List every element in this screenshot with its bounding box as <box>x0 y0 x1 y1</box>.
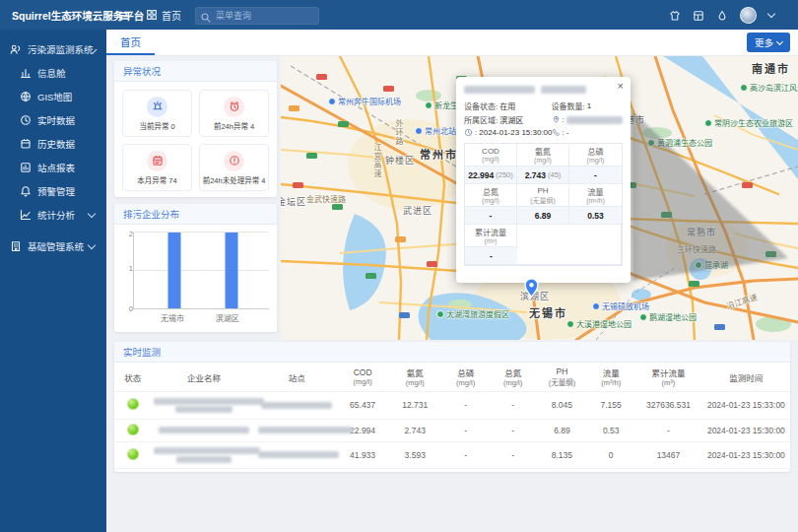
table-cell: 13467 <box>634 441 702 469</box>
stat-card-0[interactable]: 当前异常0 <box>122 90 192 137</box>
redacted-text <box>464 86 535 94</box>
device-info-popup: × 设备状态: 在用 设备数量: 1 所属区域: 滨湖区 <box>456 77 631 283</box>
popup-cell-header: 流量(m³/h) <box>569 184 622 207</box>
layout-icon[interactable] <box>693 6 704 24</box>
enterprise-name-redacted <box>152 441 256 469</box>
more-button[interactable]: 更多 <box>747 33 790 52</box>
search-input[interactable] <box>195 7 319 25</box>
trend-icon <box>20 209 32 221</box>
bar-chart: 210 无锡市滨湖区 <box>114 225 277 323</box>
flame-icon[interactable] <box>716 6 728 24</box>
table-row[interactable]: 41.9333.593--8.1350134672024-01-23 15:30… <box>114 441 790 469</box>
column-header: 监测时间 <box>702 363 790 392</box>
bar-无锡市 <box>168 233 181 308</box>
enterprise-name-redacted <box>152 392 256 420</box>
menu-toggle-icon[interactable] <box>118 6 130 24</box>
popup-cell-header: 总磷(mg/l) <box>569 144 622 166</box>
table-row[interactable]: 65.43712.731--8.0457.155327636.5312024-0… <box>114 392 790 420</box>
exclamation-icon <box>224 151 244 171</box>
popup-cell-header: 总氮(mg/l) <box>465 184 517 207</box>
building-icon <box>10 240 22 252</box>
table-cell: 2024-01-23 15:33:00 <box>702 392 790 420</box>
chevron-down-icon <box>88 210 96 218</box>
table-row[interactable]: 22.9942.743--6.890.53-2024-01-23 15:30:0… <box>114 419 790 441</box>
popup-cell-value: - <box>465 247 517 265</box>
map-marker[interactable] <box>524 278 539 301</box>
sidebar-item-3[interactable]: 历史数据 <box>0 132 106 156</box>
device-phone: : - <box>552 128 623 137</box>
search-icon <box>200 8 212 26</box>
siren-icon <box>147 97 167 117</box>
sidebar-item-5[interactable]: 预警管理 <box>0 179 106 203</box>
column-header: 状态 <box>114 363 152 392</box>
table-cell: - <box>442 441 490 469</box>
grid-icon <box>146 9 158 21</box>
device-time: : 2024-01-23 15:30:00 <box>464 128 552 137</box>
table-cell: 0.53 <box>587 419 634 441</box>
app-logo: Squirrel生态环境云服务平台 <box>0 8 106 23</box>
table-cell: 2.743 <box>388 419 442 441</box>
enterprise-name-redacted <box>152 419 256 441</box>
table-cell: 3.593 <box>388 441 442 469</box>
table-cell: 65.437 <box>337 392 387 420</box>
column-header: 流量(m³/h) <box>587 363 634 392</box>
popup-cell-header: PH(无量纲) <box>517 184 569 207</box>
theme-icon[interactable] <box>669 6 681 24</box>
site-name-redacted <box>256 419 337 441</box>
globe-icon <box>20 91 32 102</box>
device-count: 设备数量: 1 <box>552 100 623 111</box>
avatar[interactable] <box>740 7 757 24</box>
redacted-text <box>541 86 586 94</box>
close-icon[interactable]: × <box>618 81 624 92</box>
column-header: 氨氮(mg/l) <box>388 363 442 392</box>
clock-icon <box>464 128 473 137</box>
status-online-dot <box>127 398 139 410</box>
location-pin-icon <box>552 115 561 124</box>
popup-cell-header: 氨氮(mg/l) <box>517 144 569 166</box>
chevron-down-icon <box>88 241 96 249</box>
people-icon <box>10 43 22 55</box>
chevron-down-icon <box>776 37 783 44</box>
stat-card-2[interactable]: 本月异常74 <box>122 144 192 191</box>
sidebar-group-base-system[interactable]: 基础管理系统 <box>0 234 106 258</box>
device-status: 设备状态: 在用 <box>464 100 552 111</box>
site-name-redacted <box>256 441 337 469</box>
stat-card-1[interactable]: 前24h异常4 <box>199 90 269 137</box>
column-header: 总氮(mg/l) <box>490 363 537 392</box>
header-home-nav[interactable]: 首页 <box>146 8 181 23</box>
popup-cell-empty <box>517 225 622 265</box>
device-region: 所属区域: 滨湖区 <box>464 114 552 125</box>
y-tick: 2 <box>120 230 133 238</box>
table-cell: - <box>442 419 490 441</box>
table-cell: 2024-01-23 15:30:00 <box>702 441 790 469</box>
popup-measure-table: COD(mg/l)氨氮(mg/l)总磷(mg/l)22.994(250)2.74… <box>464 143 623 266</box>
popup-cell-value: - <box>569 166 622 184</box>
popup-cell-value: 22.994(250) <box>465 166 517 184</box>
tab-home[interactable]: 首页 <box>106 30 155 55</box>
main-content: 异常状况 当前异常0前24h异常4本月异常74前24h未处理异常4 排污企业分布… <box>106 56 798 532</box>
sidebar-item-4[interactable]: 站点报表 <box>0 156 106 179</box>
stat-card-3[interactable]: 前24h未处理异常4 <box>199 144 269 191</box>
gridline <box>134 232 269 233</box>
tab-bar: 首页 更多 <box>106 30 798 56</box>
table-cell: - <box>490 392 537 420</box>
table-cell: 6.89 <box>537 419 587 441</box>
table-cell: 7.155 <box>587 392 634 420</box>
alarm-clock-icon <box>224 97 244 117</box>
top-header: Squirrel生态环境云服务平台 首页 <box>0 0 798 30</box>
calendar-icon <box>147 151 167 171</box>
table-cell: 0 <box>587 441 634 469</box>
sidebar-item-2[interactable]: 实时数据 <box>0 108 106 132</box>
history-icon <box>20 138 32 150</box>
menu-search <box>195 5 319 25</box>
sidebar-group-pollution-system[interactable]: 污染源监测系统 <box>0 37 106 61</box>
popup-cell-value: 0.53 <box>569 207 622 225</box>
chevron-down-icon[interactable] <box>767 10 775 18</box>
sidebar-item-6[interactable]: 统计分析 <box>0 203 106 227</box>
gis-map[interactable]: 常州市钟楼区武进区金坛区无锡市滨湖区南通市常熟市张家港市常州北站常州奔牛国际机场… <box>281 56 798 340</box>
sidebar-item-0[interactable]: 信息舱 <box>0 61 106 85</box>
sidebar-item-1[interactable]: GIS地图 <box>0 85 106 108</box>
sidebar: 污染源监测系统 信息舱GIS地图实时数据历史数据站点报表预警管理统计分析 基础管… <box>0 30 106 532</box>
status-online-dot <box>127 424 139 435</box>
popup-cell-header: 累计流量(m³) <box>465 225 517 247</box>
